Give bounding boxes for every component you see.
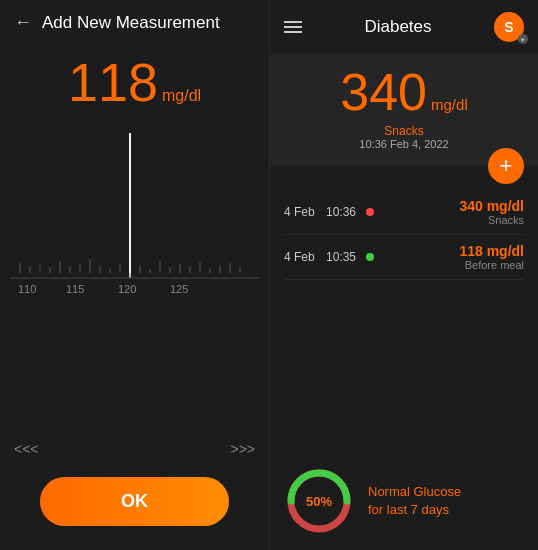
stats-text: Normal Glucosefor last 7 days bbox=[368, 483, 461, 519]
measurement-value-area: 118 mg/dl bbox=[0, 45, 269, 113]
row-time: 10:35 bbox=[326, 250, 360, 264]
chart-nav-right[interactable]: >>> bbox=[230, 441, 255, 457]
avatar[interactable]: S ▾ bbox=[494, 12, 524, 42]
chart-nav-left[interactable]: <<< bbox=[14, 441, 39, 457]
hamburger-icon[interactable] bbox=[284, 21, 302, 33]
ok-button[interactable]: OK bbox=[40, 477, 229, 526]
top-meal-label: Snacks bbox=[384, 124, 423, 138]
row-time: 10:36 bbox=[326, 205, 360, 219]
row-value: 118 mg/dl bbox=[380, 243, 524, 259]
row-meal: Snacks bbox=[380, 214, 524, 226]
svg-text:120: 120 bbox=[118, 283, 136, 295]
row-dot-red bbox=[366, 208, 374, 216]
top-measurement-value: 340 bbox=[340, 66, 427, 118]
svg-text:110: 110 bbox=[18, 283, 36, 295]
row-dot-green bbox=[366, 253, 374, 261]
left-header: ← Add New Measurement bbox=[0, 0, 269, 45]
circle-percent-label: 50% bbox=[306, 494, 332, 509]
back-arrow-icon[interactable]: ← bbox=[14, 12, 32, 33]
top-measurement-card: 340 mg/dl Snacks 10:36 Feb 4, 2022 + bbox=[270, 54, 538, 166]
svg-text:115: 115 bbox=[66, 283, 84, 295]
page-title: Add New Measurement bbox=[42, 13, 220, 33]
chart-nav: <<< >>> bbox=[0, 437, 269, 461]
app-title: Diabetes bbox=[364, 17, 431, 37]
ok-button-area: OK bbox=[0, 461, 269, 550]
circle-progress: 50% bbox=[284, 466, 354, 536]
row-date: 4 Feb bbox=[284, 205, 320, 219]
measurement-list: 4 Feb 10:36 340 mg/dl Snacks 4 Feb 10:35… bbox=[270, 190, 538, 452]
bottom-stats: 50% Normal Glucosefor last 7 days bbox=[270, 452, 538, 550]
top-value-row: 340 mg/dl bbox=[340, 66, 467, 118]
row-date: 4 Feb bbox=[284, 250, 320, 264]
left-panel: ← Add New Measurement 118 mg/dl bbox=[0, 0, 269, 550]
top-date-label: 10:36 Feb 4, 2022 bbox=[359, 138, 448, 150]
svg-text:125: 125 bbox=[170, 283, 188, 295]
row-value: 340 mg/dl bbox=[380, 198, 524, 214]
row-value-area: 118 mg/dl Before meal bbox=[380, 243, 524, 271]
table-row[interactable]: 4 Feb 10:35 118 mg/dl Before meal bbox=[284, 235, 524, 280]
top-measurement-unit: mg/dl bbox=[431, 96, 468, 113]
chart-svg: 110 115 120 125 bbox=[10, 123, 259, 303]
row-value-area: 340 mg/dl Snacks bbox=[380, 198, 524, 226]
fab-add-button[interactable]: + bbox=[488, 148, 524, 184]
chart-area: 110 115 120 125 bbox=[0, 123, 269, 437]
measurement-value: 118 bbox=[68, 55, 158, 109]
row-meal: Before meal bbox=[380, 259, 524, 271]
right-header: Diabetes S ▾ bbox=[270, 0, 538, 54]
measurement-unit: mg/dl bbox=[162, 87, 201, 105]
table-row[interactable]: 4 Feb 10:36 340 mg/dl Snacks bbox=[284, 190, 524, 235]
avatar-dropdown-icon: ▾ bbox=[518, 34, 528, 44]
right-panel: Diabetes S ▾ 340 mg/dl Snacks 10:36 Feb … bbox=[269, 0, 538, 550]
